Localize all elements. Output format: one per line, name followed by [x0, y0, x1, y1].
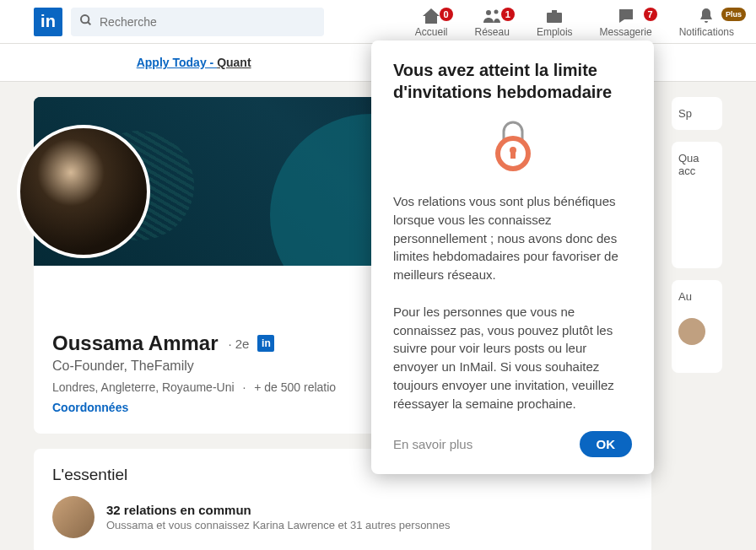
learn-more-link[interactable]: En savoir plus: [393, 437, 472, 451]
nav-home[interactable]: 0 Accueil: [402, 6, 462, 38]
briefcase-icon: [544, 6, 564, 26]
messaging-icon: [616, 6, 636, 26]
nav-label: Emplois: [537, 26, 573, 38]
network-icon: [482, 6, 502, 26]
connection-degree: 2e: [225, 337, 250, 351]
bell-icon: [696, 6, 716, 26]
nav-items: 0 Accueil 1 Réseau Emplois 7 Messagerie: [402, 6, 748, 38]
side-box-1: Sp: [672, 97, 722, 130]
modal-para1: Vos relations vous sont plus bénéfiques …: [393, 192, 632, 284]
ad-apply-link[interactable]: Apply Today -: [137, 56, 217, 69]
messaging-badge: 7: [644, 8, 657, 21]
nav-messaging[interactable]: 7 Messagerie: [586, 6, 666, 38]
linkedin-badge-icon: in: [257, 335, 274, 352]
side-avatar: [678, 318, 705, 345]
nav-notifications[interactable]: Plus Notifications: [666, 6, 748, 38]
svg-line-1: [88, 22, 90, 24]
side-box-3: Au: [672, 280, 722, 373]
side-text: acc: [678, 164, 716, 177]
svg-point-0: [81, 15, 89, 23]
svg-rect-4: [547, 13, 562, 23]
side-text: Qua: [678, 152, 716, 164]
side-text: Au: [678, 290, 716, 303]
side-column: Sp Qua acc Au: [672, 97, 722, 550]
lock-icon: [393, 120, 632, 172]
mutual-subtitle: Oussama et vous connaissez Karina Lawren…: [106, 519, 451, 531]
nav-label: Accueil: [415, 26, 448, 38]
ok-button[interactable]: OK: [580, 431, 633, 457]
mutual-connections[interactable]: 32 relations en commun Oussama et vous c…: [52, 496, 633, 538]
location: Londres, Angleterre, Royaume-Uni: [52, 380, 235, 394]
linkedin-logo[interactable]: in: [34, 8, 62, 36]
search-icon: [79, 13, 93, 30]
search-input[interactable]: [100, 15, 316, 29]
network-badge: 1: [501, 8, 515, 21]
svg-point-2: [486, 10, 491, 15]
svg-point-3: [494, 9, 499, 13]
mutual-title: 32 relations en commun: [106, 503, 451, 517]
nav-label: Notifications: [679, 26, 734, 38]
home-icon: [421, 6, 441, 26]
nav-jobs[interactable]: Emplois: [523, 6, 586, 38]
modal-body: Vos relations vous sont plus bénéfiques …: [393, 192, 632, 412]
nav-label: Messagerie: [600, 26, 652, 38]
invitation-limit-modal: Vous avez atteint la limite d'invitation…: [371, 40, 654, 474]
connections-count: + de 500 relatio: [254, 380, 336, 394]
ad-school[interactable]: Quant: [217, 56, 251, 69]
nav-label: Réseau: [475, 26, 510, 38]
profile-name: Oussama Ammar: [52, 332, 219, 355]
notifications-badge: Plus: [721, 8, 746, 21]
modal-title: Vous avez atteint la limite d'invitation…: [393, 59, 632, 103]
contact-info-link[interactable]: Coordonnées: [52, 401, 128, 414]
home-badge: 0: [440, 8, 453, 21]
search-box[interactable]: [71, 8, 324, 36]
mutual-avatar: [52, 496, 94, 538]
nav-network[interactable]: 1 Réseau: [462, 6, 523, 38]
modal-para2: Pour les personnes que vous ne connaisse…: [393, 303, 632, 413]
top-nav: in 0 Accueil 1 Réseau Emplois: [0, 0, 756, 44]
side-box-2: Qua acc: [672, 142, 722, 268]
